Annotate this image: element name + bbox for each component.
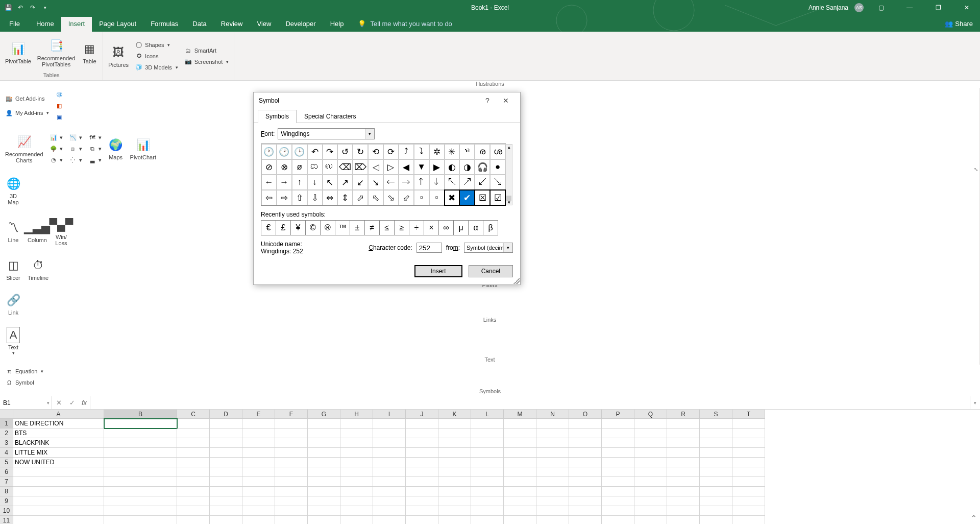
cell[interactable] [210,458,242,467]
bing-maps-button[interactable]: Ⓑ [53,89,65,100]
symbol-cell[interactable]: 🡓 [429,175,445,190]
link-button[interactable]: 🔗Link [3,291,23,317]
cell[interactable] [177,477,210,487]
expand-formula-bar-icon[interactable]: ▾ [970,396,980,409]
recent-symbol-cell[interactable]: ™ [335,220,350,235]
enter-formula-icon[interactable]: ✓ [65,399,79,407]
cell[interactable] [104,516,177,524]
row-header[interactable]: 11 [0,516,13,524]
cell[interactable] [177,438,210,448]
symbol-cell[interactable]: ▶ [429,159,445,175]
cell[interactable] [210,467,242,477]
column-header[interactable]: K [438,410,471,419]
undo-icon[interactable]: ↶ [16,4,24,12]
cell[interactable] [602,419,634,428]
3d-map-button[interactable]: 🌐3D Map [3,175,23,206]
symbol-cell[interactable]: ⬁ [368,190,383,205]
recent-symbol-cell[interactable]: ≥ [394,220,409,235]
cell[interactable] [634,419,667,428]
column-header[interactable]: L [471,410,504,419]
minimize-icon[interactable]: ― [898,0,921,15]
cell[interactable] [569,428,602,438]
cell[interactable] [732,438,765,448]
cell[interactable] [210,428,242,438]
share-button[interactable]: 👥 Share [938,17,980,32]
cell[interactable] [602,506,634,516]
column-header[interactable]: P [602,410,634,419]
symbol-cell[interactable]: 🡐 [383,175,399,190]
cell[interactable] [700,516,732,524]
cell[interactable] [373,467,406,477]
cell[interactable] [177,487,210,496]
cell[interactable] [536,487,569,496]
cell[interactable] [13,496,104,506]
cell[interactable] [242,496,275,506]
symbol-cell[interactable]: ✖ [445,190,460,205]
user-avatar[interactable]: AS [854,3,864,12]
map-chart-button[interactable]: 🗺▾ [86,132,104,143]
cell[interactable] [308,496,340,506]
recent-symbol-cell[interactable]: × [424,220,439,235]
cell[interactable] [104,467,177,477]
tab-special-characters[interactable]: Special Characters [297,110,363,123]
cell[interactable] [732,487,765,496]
sparkline-winloss-button[interactable]: ▀▄▀Win/ Loss [51,216,71,247]
namebox-dropdown-icon[interactable]: ▾ [47,400,50,406]
cell[interactable] [536,516,569,524]
redo-icon[interactable]: ↷ [29,4,37,12]
row-header[interactable]: 5 [0,458,13,467]
cell[interactable] [732,448,765,458]
row-header[interactable]: 3 [0,438,13,448]
symbol-cell[interactable]: ← [261,175,277,190]
cell[interactable] [406,467,438,477]
cell[interactable] [242,467,275,477]
cell[interactable] [406,496,438,506]
get-addins-button[interactable]: 🏬Get Add-ins [3,93,51,104]
cell[interactable] [177,428,210,438]
cell[interactable] [700,428,732,438]
cell[interactable] [504,477,536,487]
symbol-cell[interactable]: ಐ [307,159,323,175]
cell[interactable] [634,448,667,458]
my-addins-button[interactable]: 👤My Add-ins▾ [3,107,51,118]
symbol-cell[interactable]: ശ [490,144,505,159]
symbol-cell[interactable]: ↙ [353,175,368,190]
cell[interactable] [732,477,765,487]
resize-grip[interactable] [513,278,520,284]
cell[interactable] [242,516,275,524]
cell[interactable] [438,428,471,438]
symbol-cell[interactable]: ✔ [459,190,475,205]
cell[interactable] [504,438,536,448]
cell[interactable] [471,516,504,524]
cell[interactable] [569,467,602,477]
cell[interactable] [275,419,308,428]
cell[interactable] [504,428,536,438]
cell[interactable] [732,496,765,506]
cell[interactable] [406,448,438,458]
cell[interactable] [504,448,536,458]
symbol-button[interactable]: ΩSymbol [3,377,45,388]
symbol-cell[interactable]: ↑ [292,175,307,190]
cell[interactable] [373,428,406,438]
insert-button[interactable]: IInsertnsert [414,265,462,277]
cell[interactable] [308,419,340,428]
combo-chart-button[interactable]: ⧉▾ [86,143,104,154]
column-header[interactable]: E [242,410,275,419]
cell[interactable] [373,448,406,458]
cell[interactable] [438,467,471,477]
scroll-thumb[interactable] [506,196,511,201]
symbol-cell[interactable]: ▷ [383,159,399,175]
cell[interactable] [340,467,373,477]
cell[interactable] [373,458,406,467]
cell[interactable] [667,448,700,458]
cell[interactable] [700,487,732,496]
recent-symbol-cell[interactable]: ® [320,220,335,235]
column-header[interactable]: T [732,410,765,419]
recommended-pivottables-button[interactable]: 📑Recommended PivotTables [35,37,78,68]
symbol-cell[interactable]: 🕑 [277,144,292,159]
cell[interactable] [104,448,177,458]
recent-symbol-cell[interactable]: ∞ [438,220,454,235]
cell[interactable] [406,487,438,496]
cell[interactable] [177,506,210,516]
cell[interactable] [634,458,667,467]
